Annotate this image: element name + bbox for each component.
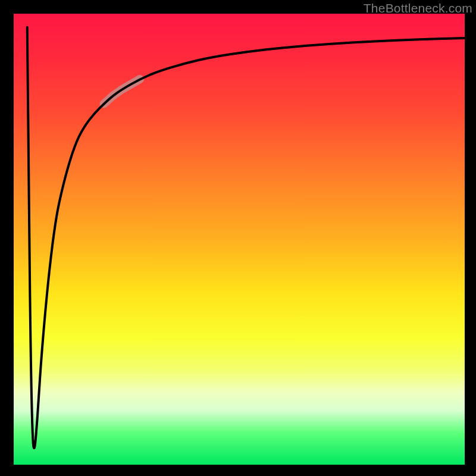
watermark-text: TheBottleneck.com (364, 1, 472, 15)
curve-layer (14, 14, 465, 465)
plot-area (14, 14, 465, 465)
chart-stage: TheBottleneck.com (0, 0, 476, 476)
bottleneck-curve (27, 27, 465, 448)
